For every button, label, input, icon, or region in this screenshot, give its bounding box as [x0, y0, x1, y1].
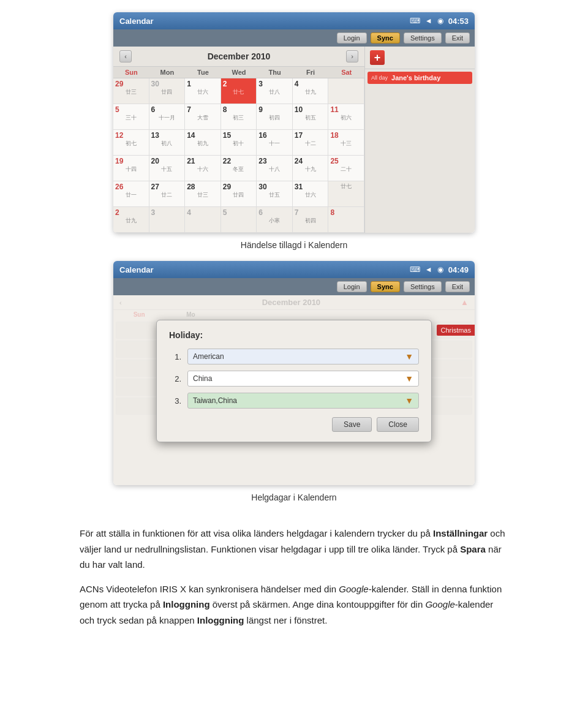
- dropdown-arrow-2: ▼: [405, 374, 413, 383]
- close-button[interactable]: Close: [377, 417, 419, 432]
- cell-number: 7: [295, 208, 326, 217]
- cal-cell[interactable]: 19十四: [113, 156, 149, 181]
- holiday-select-2[interactable]: China ▼: [187, 371, 419, 387]
- cal-cell[interactable]: 2廿七: [221, 78, 257, 104]
- day-header-sat: Sat: [328, 67, 364, 78]
- sync-button-1[interactable]: Sync: [371, 32, 400, 43]
- holiday-num-2: 2.: [169, 374, 181, 383]
- cal-cell[interactable]: 廿七: [328, 181, 364, 207]
- cal-cell[interactable]: 6小寒: [257, 207, 293, 233]
- cal-cell[interactable]: 30廿五: [257, 181, 293, 207]
- cell-number: 23: [258, 157, 290, 165]
- sync-button-2[interactable]: Sync: [371, 281, 400, 292]
- cell-sub: 小寒: [258, 217, 290, 225]
- cal-cell[interactable]: 22冬至: [221, 156, 257, 181]
- cal-cell[interactable]: 5: [221, 207, 257, 233]
- event-item[interactable]: All day Jane's birthday: [368, 72, 472, 84]
- holiday-select-1[interactable]: American ▼: [187, 349, 419, 364]
- volume-icon: ◄: [425, 17, 432, 25]
- cell-sub: 十一月: [151, 114, 183, 122]
- cal-cell[interactable]: 29廿三: [113, 78, 149, 104]
- cal-cell[interactable]: 5三十: [113, 104, 149, 130]
- cal-cell[interactable]: 3: [149, 207, 186, 233]
- cal-cell[interactable]: 27廿二: [149, 181, 186, 207]
- cal-cell[interactable]: 29廿四: [221, 181, 257, 207]
- cal-cell[interactable]: 30廿四: [149, 78, 186, 104]
- cal-cell[interactable]: 28廿三: [185, 181, 221, 207]
- cal-cell[interactable]: 8初三: [221, 104, 257, 130]
- cell-sub: 初六: [330, 114, 362, 122]
- screenshot-1: Calendar ⌨ ◄ ◉ 04:53 Login Sync Settings…: [113, 12, 475, 233]
- cell-sub: 三十: [115, 114, 147, 122]
- cal-cell[interactable]: 7大雪: [185, 104, 221, 130]
- volume-icon-2: ◄: [425, 265, 432, 274]
- cal-cell[interactable]: 26廿一: [113, 181, 149, 207]
- cal-cell[interactable]: 24十九: [293, 156, 329, 181]
- event-title: Jane's birthday: [391, 74, 440, 81]
- events-panel: + All day Jane's birthday: [364, 47, 475, 233]
- clock-time-2: 04:49: [448, 265, 469, 274]
- settings-button-2[interactable]: Settings: [404, 281, 442, 292]
- titlebar-1: Calendar ⌨ ◄ ◉ 04:53: [113, 12, 475, 29]
- cell-sub: 廿三: [115, 88, 147, 96]
- cell-sub: 廿六: [187, 88, 219, 96]
- cell-number: 30: [258, 183, 290, 191]
- cal-cell[interactable]: 4廿九: [293, 78, 329, 104]
- holiday-value-1: American: [193, 352, 224, 361]
- cal-cell[interactable]: 23十八: [257, 156, 293, 181]
- save-button[interactable]: Save: [332, 417, 372, 432]
- next-month-button[interactable]: ›: [346, 50, 358, 62]
- cal-cell[interactable]: 2廿九: [113, 207, 149, 233]
- cal-cell[interactable]: 21十六: [185, 156, 221, 181]
- cell-sub: 冬至: [223, 165, 255, 173]
- cal-cell[interactable]: 12初七: [113, 130, 149, 156]
- cal-cell[interactable]: 17十二: [293, 130, 329, 156]
- cell-number: 8: [330, 208, 362, 217]
- cell-sub: 廿九: [115, 217, 147, 225]
- cal-cell[interactable]: 20十五: [149, 156, 186, 181]
- cal-cell[interactable]: 4: [185, 207, 221, 233]
- holiday-dialog: Holiday: 1. American ▼ 2. China ▼: [156, 320, 432, 442]
- add-event-button[interactable]: +: [370, 50, 385, 65]
- cal-cell[interactable]: 7初四: [293, 207, 329, 233]
- cal-cell[interactable]: 25二十: [328, 156, 364, 181]
- keyboard-icon-2: ⌨: [410, 265, 420, 274]
- cell-sub: 廿八: [258, 88, 290, 96]
- cal-cell[interactable]: 10初五: [293, 104, 329, 130]
- prev-month-button[interactable]: ‹: [119, 50, 132, 62]
- cell-sub: 十五: [151, 165, 183, 173]
- cal-cell[interactable]: 13初八: [149, 130, 186, 156]
- holiday-select-3[interactable]: Taiwan,China ▼: [187, 393, 419, 409]
- cell-number: 25: [330, 157, 362, 165]
- cal-cell[interactable]: 18十三: [328, 130, 364, 156]
- cal-cell[interactable]: [328, 78, 364, 104]
- exit-button-2[interactable]: Exit: [445, 281, 470, 292]
- dropdown-arrow-3: ▼: [405, 396, 413, 406]
- login-button-2[interactable]: Login: [337, 281, 367, 292]
- cell-number: 13: [151, 131, 183, 140]
- cal-cell[interactable]: 3廿八: [257, 78, 293, 104]
- keyboard-icon: ⌨: [410, 17, 420, 25]
- cal-cell[interactable]: 16十一: [257, 130, 293, 156]
- cal-cell[interactable]: 8: [328, 207, 364, 233]
- cell-sub: 廿一: [115, 191, 147, 199]
- cell-number: 4: [187, 208, 219, 217]
- cal-cell[interactable]: 11初六: [328, 104, 364, 130]
- exit-button-1[interactable]: Exit: [445, 32, 470, 43]
- cal-cell[interactable]: 14初九: [185, 130, 221, 156]
- holiday-row-2: 2. China ▼: [169, 371, 419, 387]
- cal-cell[interactable]: 6十一月: [149, 104, 186, 130]
- cell-sub: 廿四: [223, 191, 255, 199]
- cal-cell[interactable]: 9初四: [257, 104, 293, 130]
- cal-cell[interactable]: 15初十: [221, 130, 257, 156]
- cell-sub: 廿四: [151, 88, 183, 96]
- day-headers: Sun Mon Tue Wed Thu Fri Sat: [113, 67, 364, 78]
- login-button-1[interactable]: Login: [337, 32, 367, 43]
- settings-button-1[interactable]: Settings: [404, 32, 442, 43]
- cell-sub: 初四: [258, 114, 290, 122]
- holiday-num-1: 1.: [169, 352, 181, 361]
- cal-cell[interactable]: 31廿六: [293, 181, 329, 207]
- day-header-mon: Mon: [149, 67, 186, 78]
- add-event-area: +: [365, 47, 475, 69]
- cal-cell[interactable]: 1廿六: [185, 78, 221, 104]
